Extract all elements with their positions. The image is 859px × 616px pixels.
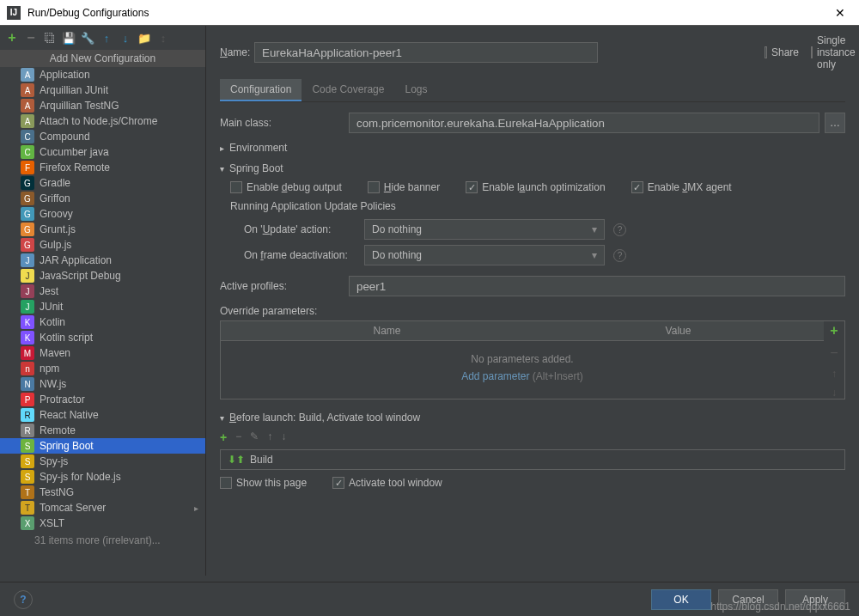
param-name-header: Name: [241, 321, 533, 340]
move-down-icon[interactable]: ↓: [119, 31, 132, 45]
config-type-item[interactable]: KKotlin script: [0, 330, 205, 345]
config-type-item[interactable]: TTomcat Server: [0, 500, 205, 515]
config-type-item[interactable]: GGulp.js: [0, 237, 205, 253]
config-type-item[interactable]: RReact Native: [0, 407, 205, 423]
config-type-item[interactable]: GGriffon: [0, 191, 205, 206]
config-type-label: Compound: [40, 131, 90, 143]
add-task-icon[interactable]: +: [220, 430, 227, 444]
tomcat-icon: T: [21, 501, 34, 515]
tab-logs[interactable]: Logs: [394, 79, 437, 101]
config-type-item[interactable]: AArquillian TestNG: [0, 98, 205, 113]
browse-main-class-button[interactable]: …: [825, 113, 845, 133]
config-type-item[interactable]: RRemote: [0, 423, 205, 438]
config-type-item[interactable]: CCompound: [0, 129, 205, 144]
spy-icon: S: [21, 454, 34, 468]
config-type-label: Spring Boot: [40, 440, 94, 452]
save-config-icon[interactable]: 💾: [62, 31, 76, 45]
config-type-item[interactable]: CCucumber java: [0, 144, 205, 160]
tab-code-coverage[interactable]: Code Coverage: [302, 79, 394, 101]
main-class-input[interactable]: [349, 113, 819, 133]
config-type-item[interactable]: GGradle: [0, 175, 205, 191]
enable-jmx-checkbox[interactable]: Enable JMX agent: [631, 181, 732, 193]
config-type-item[interactable]: SSpy-js for Node.js: [0, 469, 205, 485]
close-icon[interactable]: ✕: [828, 6, 852, 20]
config-type-label: React Native: [40, 409, 99, 421]
folder-icon[interactable]: 📁: [137, 31, 151, 45]
help-button[interactable]: ?: [14, 590, 33, 609]
single-instance-checkbox[interactable]: Single instance only: [811, 34, 845, 70]
config-type-label: Protractor: [40, 393, 85, 406]
config-type-item[interactable]: FFirefox Remote: [0, 160, 205, 175]
apply-button[interactable]: Apply: [785, 589, 845, 610]
add-param-icon[interactable]: +: [830, 323, 838, 338]
config-type-item[interactable]: JJUnit: [0, 299, 205, 314]
remove-config-icon[interactable]: −: [24, 31, 38, 45]
sort-icon[interactable]: ↕: [156, 31, 170, 45]
bottom-bar: ? OK Cancel Apply: [0, 582, 859, 616]
enable-launch-opt-checkbox[interactable]: Enable launch optimization: [466, 181, 605, 193]
config-type-item[interactable]: MMaven: [0, 345, 205, 361]
move-up-icon[interactable]: ↑: [100, 31, 113, 45]
tab-configuration[interactable]: Configuration: [220, 79, 302, 101]
config-type-label: Gulp.js: [40, 239, 71, 251]
config-type-item[interactable]: GGroovy: [0, 206, 205, 222]
config-type-item[interactable]: JJAR Application: [0, 253, 205, 268]
environment-section[interactable]: ▸ Environment: [220, 142, 845, 154]
settings-icon[interactable]: 🔧: [81, 31, 94, 45]
on-update-select[interactable]: Do nothing: [364, 219, 605, 240]
config-type-item[interactable]: XXSLT: [0, 515, 205, 531]
app-icon: A: [21, 68, 34, 82]
tabs: Configuration Code Coverage Logs: [220, 79, 845, 102]
more-items-link[interactable]: 31 items more (irrelevant)...: [0, 531, 205, 550]
override-params-label: Override parameters:: [220, 305, 845, 317]
config-type-list[interactable]: AApplicationAArquillian JUnitAArquillian…: [0, 67, 205, 576]
config-type-item[interactable]: JJest: [0, 284, 205, 299]
spring-boot-section[interactable]: ▾ Spring Boot: [220, 162, 845, 174]
enable-debug-checkbox[interactable]: Enable debug output: [230, 181, 342, 193]
activate-tool-window-checkbox[interactable]: Activate tool window: [332, 477, 442, 489]
config-type-item[interactable]: NNW.js: [0, 376, 205, 392]
active-profiles-input[interactable]: [349, 276, 845, 296]
config-type-item[interactable]: AArquillian JUnit: [0, 82, 205, 98]
config-type-item[interactable]: SSpy-js: [0, 454, 205, 469]
config-type-item[interactable]: AApplication: [0, 67, 205, 82]
before-launch-section[interactable]: ▾ Before launch: Build, Activate tool wi…: [220, 412, 845, 424]
help-icon[interactable]: ?: [613, 249, 626, 262]
kotlin-icon: K: [21, 315, 34, 329]
chevron-down-icon: ▾: [220, 413, 224, 423]
nw-icon: N: [21, 377, 34, 391]
help-icon[interactable]: ?: [613, 223, 626, 236]
name-input[interactable]: [254, 42, 598, 63]
config-type-label: Tomcat Server: [40, 502, 106, 514]
maven-icon: M: [21, 346, 34, 360]
xslt-icon: X: [21, 516, 34, 530]
config-type-item[interactable]: nnpm: [0, 361, 205, 376]
config-type-item[interactable]: GGrunt.js: [0, 222, 205, 237]
ok-button[interactable]: OK: [651, 589, 711, 610]
share-checkbox[interactable]: Share: [765, 46, 799, 58]
grunt-icon: G: [21, 223, 34, 236]
config-type-label: Cucumber java: [40, 146, 109, 158]
config-type-item[interactable]: AAttach to Node.js/Chrome: [0, 113, 205, 129]
task-up-icon: ↑: [267, 430, 272, 444]
config-type-item[interactable]: KKotlin: [0, 314, 205, 330]
config-type-label: Application: [40, 69, 90, 81]
add-config-icon[interactable]: +: [5, 31, 19, 45]
titlebar: IJ Run/Debug Configurations ✕: [0, 0, 859, 26]
config-type-item[interactable]: JJavaScript Debug: [0, 268, 205, 284]
spy-icon: S: [21, 470, 34, 484]
config-type-label: JavaScript Debug: [40, 270, 121, 282]
param-up-icon: ↑: [832, 368, 837, 380]
copy-config-icon[interactable]: ⿻: [43, 31, 57, 45]
config-type-item[interactable]: PProtractor: [0, 392, 205, 407]
add-parameter-link[interactable]: Add parameter: [461, 370, 529, 382]
cancel-button[interactable]: Cancel: [718, 589, 778, 610]
before-launch-task[interactable]: ⬇⬆ Build: [220, 449, 845, 470]
config-type-item[interactable]: TTestNG: [0, 485, 205, 500]
config-type-item[interactable]: SSpring Boot: [0, 438, 205, 454]
update-policies-title: Running Application Update Policies: [230, 200, 845, 212]
on-frame-select[interactable]: Do nothing: [364, 245, 605, 265]
show-this-page-checkbox[interactable]: Show this page: [220, 477, 307, 489]
hide-banner-checkbox[interactable]: Hide banner: [368, 181, 440, 193]
cucumber-icon: C: [21, 145, 34, 159]
